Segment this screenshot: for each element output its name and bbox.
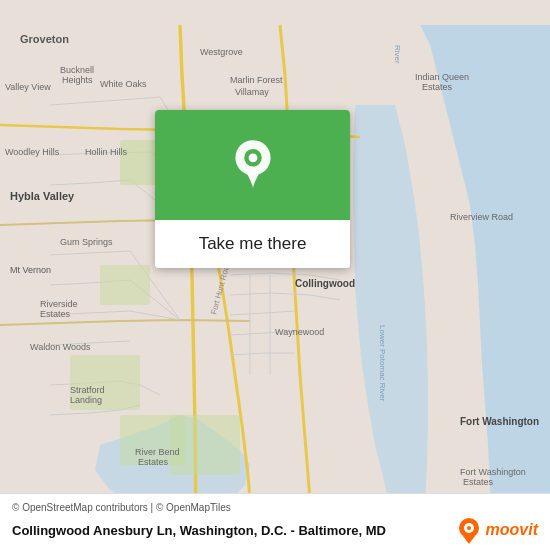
svg-text:Bucknell: Bucknell bbox=[60, 65, 94, 75]
svg-text:Valley View: Valley View bbox=[5, 82, 51, 92]
svg-text:Gum Springs: Gum Springs bbox=[60, 237, 113, 247]
svg-text:Riverview Road: Riverview Road bbox=[450, 212, 513, 222]
bottom-bar: © OpenStreetMap contributors | © OpenMap… bbox=[0, 493, 550, 550]
svg-text:Heights: Heights bbox=[62, 75, 93, 85]
svg-rect-2 bbox=[100, 265, 150, 305]
svg-text:Hybla Valley: Hybla Valley bbox=[10, 190, 75, 202]
svg-text:Landing: Landing bbox=[70, 395, 102, 405]
moovit-logo: moovit bbox=[455, 516, 538, 544]
svg-text:Waynewood: Waynewood bbox=[275, 327, 324, 337]
svg-text:River Bend: River Bend bbox=[135, 447, 180, 457]
location-label: Collingwood Anesbury Ln, Washington, D.C… bbox=[12, 523, 455, 538]
svg-text:Marlin Forest: Marlin Forest bbox=[230, 75, 283, 85]
attribution-text: © OpenStreetMap contributors | © OpenMap… bbox=[12, 502, 538, 513]
svg-rect-5 bbox=[170, 415, 240, 475]
svg-text:Estates: Estates bbox=[422, 82, 453, 92]
map-background: Groveton Valley View Bucknell Heights Wh… bbox=[0, 0, 550, 550]
take-me-there-button[interactable]: Take me there bbox=[155, 220, 350, 268]
svg-text:Villamay: Villamay bbox=[235, 87, 269, 97]
svg-text:Riverside: Riverside bbox=[40, 299, 78, 309]
svg-text:Collingwood: Collingwood bbox=[295, 278, 355, 289]
popup-header bbox=[155, 110, 350, 220]
location-title: Collingwood Anesbury Ln, Washington, D.C… bbox=[12, 516, 538, 544]
map-container: Groveton Valley View Bucknell Heights Wh… bbox=[0, 0, 550, 550]
svg-point-42 bbox=[248, 153, 257, 162]
location-pin-icon bbox=[228, 138, 278, 193]
svg-text:Lower Potomac River: Lower Potomac River bbox=[378, 325, 387, 402]
svg-text:Estates: Estates bbox=[463, 477, 494, 487]
svg-text:White Oaks: White Oaks bbox=[100, 79, 147, 89]
svg-text:Fort Washington: Fort Washington bbox=[460, 467, 526, 477]
svg-text:Stratford: Stratford bbox=[70, 385, 105, 395]
moovit-brand-text: moovit bbox=[486, 521, 538, 539]
svg-text:Westgrove: Westgrove bbox=[200, 47, 243, 57]
svg-text:Hollin Hills: Hollin Hills bbox=[85, 147, 128, 157]
moovit-logo-icon bbox=[455, 516, 483, 544]
svg-text:Groveton: Groveton bbox=[20, 33, 69, 45]
svg-text:Waldon Woods: Waldon Woods bbox=[30, 342, 91, 352]
svg-text:Woodley Hills: Woodley Hills bbox=[5, 147, 60, 157]
svg-text:Estates: Estates bbox=[40, 309, 71, 319]
svg-text:Mt Vernon: Mt Vernon bbox=[10, 265, 51, 275]
svg-text:River: River bbox=[393, 45, 402, 64]
svg-text:Indian Queen: Indian Queen bbox=[415, 72, 469, 82]
svg-text:Estates: Estates bbox=[138, 457, 169, 467]
svg-point-45 bbox=[467, 526, 471, 530]
svg-text:Fort Washington: Fort Washington bbox=[460, 416, 539, 427]
popup-card: Take me there bbox=[155, 110, 350, 268]
